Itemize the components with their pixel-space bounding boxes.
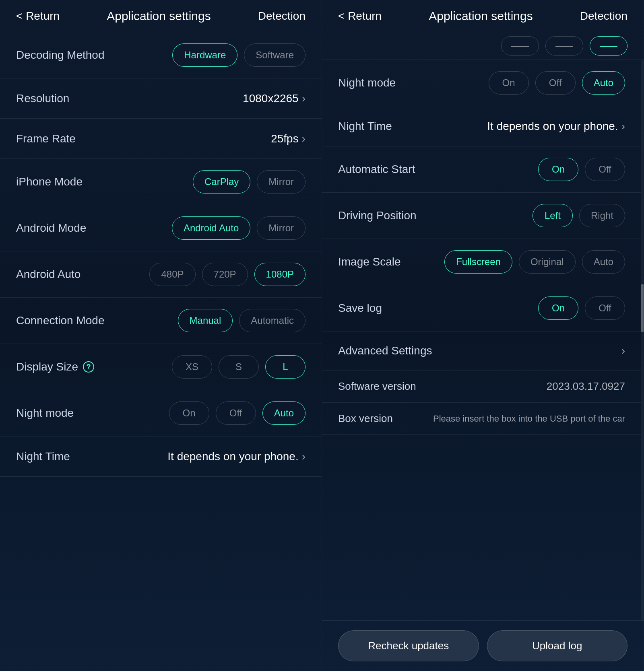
resolution-item[interactable]: Resolution 1080x2265 ›: [0, 78, 322, 119]
advanced-settings-label: Advanced Settings: [338, 344, 432, 357]
left-panel: < Return Application settings Detection …: [0, 0, 322, 671]
decoding-method-item: Decoding Method Hardware Software: [0, 32, 322, 78]
footer-buttons: Recheck updates Upload log: [322, 620, 644, 671]
1080p-button[interactable]: 1080P: [254, 263, 305, 286]
iphone-mode-controls: CarPlay Mirror: [193, 170, 305, 193]
top-partial-btn-1[interactable]: ——: [501, 36, 539, 56]
image-scale-item: Image Scale Fullscreen Original Auto: [322, 239, 641, 285]
mirror-android-button[interactable]: Mirror: [257, 216, 305, 240]
right-night-time-value: It depends on your phone. ›: [487, 120, 625, 133]
auto-start-off-button[interactable]: Off: [585, 158, 625, 181]
display-size-label: Display Size ?: [16, 360, 94, 373]
upload-log-button[interactable]: Upload log: [487, 630, 628, 661]
iphone-mode-label: iPhone Mode: [16, 175, 83, 188]
left-driving-button[interactable]: Left: [533, 204, 573, 227]
android-auto-item: Android Auto 480P 720P 1080P: [0, 251, 322, 298]
software-version-value: 2023.03.17.0927: [547, 380, 625, 393]
right-panel-content: Night mode On Off Auto Night Time It dep…: [322, 60, 644, 620]
right-night-time-chevron-icon: ›: [621, 120, 625, 133]
left-return-button[interactable]: < Return: [16, 10, 60, 23]
driving-position-label: Driving Position: [338, 209, 417, 222]
top-partial-btn-2[interactable]: ——: [545, 36, 583, 56]
right-night-time-item[interactable]: Night Time It depends on your phone. ›: [322, 106, 641, 146]
software-button[interactable]: Software: [244, 43, 305, 67]
l-button[interactable]: L: [265, 355, 305, 379]
box-version-value: Please insert the box into the USB port …: [433, 414, 625, 424]
frame-rate-label: Frame Rate: [16, 132, 76, 145]
display-size-controls: XS S L: [172, 355, 305, 379]
image-scale-controls: Fullscreen Original Auto: [444, 250, 625, 274]
manual-button[interactable]: Manual: [178, 309, 233, 332]
hardware-button[interactable]: Hardware: [172, 43, 237, 67]
mirror-iphone-button[interactable]: Mirror: [257, 170, 305, 193]
resolution-chevron-icon: ›: [302, 92, 305, 105]
left-detection-label: Detection: [258, 10, 305, 23]
left-night-auto-button[interactable]: Auto: [262, 401, 305, 425]
driving-position-controls: Left Right: [533, 204, 625, 227]
scrollbar-track: [641, 60, 644, 620]
right-panel-title: Application settings: [429, 9, 533, 23]
xs-button[interactable]: XS: [172, 355, 212, 379]
right-panel: < Return Application settings Detection …: [322, 0, 644, 671]
left-night-mode-label: Night mode: [16, 407, 74, 420]
save-log-off-button[interactable]: Off: [585, 296, 625, 320]
carplay-button[interactable]: CarPlay: [193, 170, 250, 193]
left-night-time-value: It depends on your phone. ›: [167, 450, 305, 463]
original-button[interactable]: Original: [519, 250, 576, 274]
android-auto-mode-button[interactable]: Android Auto: [172, 216, 250, 240]
auto-scale-button[interactable]: Auto: [582, 250, 625, 274]
connection-mode-label: Connection Mode: [16, 314, 104, 327]
connection-mode-item: Connection Mode Manual Automatic: [0, 298, 322, 344]
right-night-on-button[interactable]: On: [489, 71, 529, 95]
save-log-controls: On Off: [538, 296, 625, 320]
android-auto-controls: 480P 720P 1080P: [149, 263, 305, 286]
right-night-off-button[interactable]: Off: [535, 71, 576, 95]
automatic-start-controls: On Off: [538, 158, 625, 181]
advanced-settings-item[interactable]: Advanced Settings ›: [322, 331, 641, 370]
display-size-help-icon[interactable]: ?: [83, 361, 94, 373]
scrollbar-thumb[interactable]: [641, 284, 644, 332]
resolution-label: Resolution: [16, 92, 69, 105]
right-night-mode-label: Night mode: [338, 76, 396, 89]
automatic-button[interactable]: Automatic: [239, 309, 305, 332]
android-mode-item: Android Mode Android Auto Mirror: [0, 205, 322, 251]
fullscreen-button[interactable]: Fullscreen: [444, 250, 512, 274]
decoding-method-controls: Hardware Software: [172, 43, 305, 67]
auto-start-on-button[interactable]: On: [538, 158, 578, 181]
right-settings-scroll: Night mode On Off Auto Night Time It dep…: [322, 60, 641, 620]
right-night-auto-button[interactable]: Auto: [582, 71, 625, 95]
image-scale-label: Image Scale: [338, 255, 401, 268]
iphone-mode-item: iPhone Mode CarPlay Mirror: [0, 159, 322, 205]
recheck-updates-button[interactable]: Recheck updates: [338, 630, 479, 661]
software-version-item: Software version 2023.03.17.0927: [322, 370, 641, 403]
top-partial-btn-3[interactable]: ——: [590, 36, 627, 56]
left-night-time-item[interactable]: Night Time It depends on your phone. ›: [0, 436, 322, 477]
right-detection-label: Detection: [580, 10, 627, 23]
connection-mode-controls: Manual Automatic: [178, 309, 305, 332]
right-night-mode-controls: On Off Auto: [489, 71, 625, 95]
resolution-value: 1080x2265 ›: [243, 92, 305, 105]
decoding-method-label: Decoding Method: [16, 49, 104, 62]
left-night-off-button[interactable]: Off: [216, 401, 256, 425]
720p-button[interactable]: 720P: [202, 263, 248, 286]
frame-rate-item[interactable]: Frame Rate 25fps ›: [0, 119, 322, 159]
s-button[interactable]: S: [219, 355, 259, 379]
left-night-time-label: Night Time: [16, 450, 70, 463]
save-log-item: Save log On Off: [322, 285, 641, 331]
box-version-item: Box version Please insert the box into t…: [322, 403, 641, 435]
left-settings-list: Decoding Method Hardware Software Resolu…: [0, 32, 322, 671]
android-mode-label: Android Mode: [16, 222, 86, 235]
automatic-start-label: Automatic Start: [338, 163, 415, 176]
top-partial-buttons: —— —— ——: [322, 32, 644, 60]
left-night-mode-controls: On Off Auto: [169, 401, 305, 425]
right-driving-button[interactable]: Right: [579, 204, 625, 227]
left-night-time-chevron-icon: ›: [302, 450, 305, 463]
box-version-label: Box version: [338, 412, 393, 425]
right-return-button[interactable]: < Return: [338, 10, 382, 23]
frame-rate-chevron-icon: ›: [302, 132, 305, 145]
right-header: < Return Application settings Detection: [322, 0, 644, 32]
save-log-on-button[interactable]: On: [538, 296, 578, 320]
480p-button[interactable]: 480P: [149, 263, 195, 286]
left-night-on-button[interactable]: On: [169, 401, 209, 425]
left-header: < Return Application settings Detection: [0, 0, 322, 32]
